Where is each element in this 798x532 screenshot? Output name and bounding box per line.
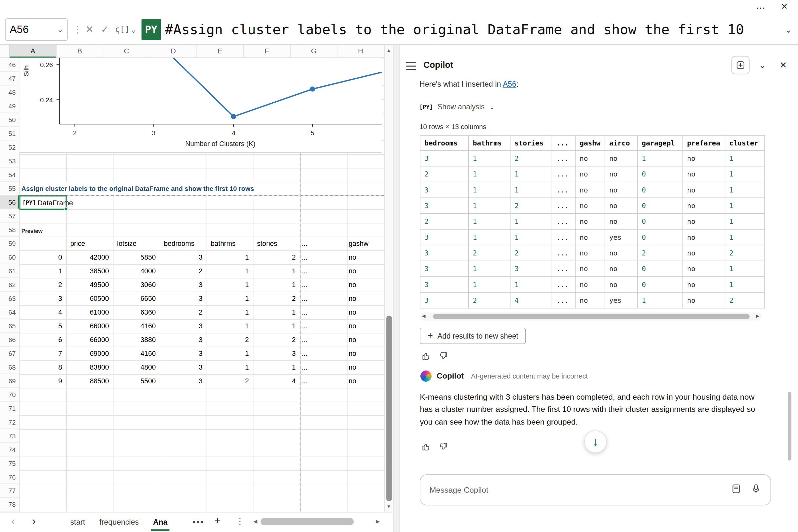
- scroll-up-icon[interactable]: ▲: [385, 46, 393, 55]
- row-header-52[interactable]: 52: [0, 140, 19, 154]
- copilot-message-input[interactable]: Message Copilot: [420, 474, 771, 506]
- window-more-icon[interactable]: …: [756, 0, 765, 11]
- row-header-64[interactable]: 64: [0, 305, 19, 319]
- scroll-left-icon[interactable]: ◀: [422, 314, 425, 319]
- chevron-down-icon[interactable]: ⌄: [57, 26, 63, 33]
- row-header-62[interactable]: 62: [0, 278, 19, 291]
- preview-header-row: pricelotsizebedroomsbathrmsstories...gas…: [19, 236, 384, 250]
- cancel-icon[interactable]: ✕: [86, 23, 93, 35]
- add-sheet-icon[interactable]: +: [214, 514, 221, 527]
- prompt-guide-icon[interactable]: [731, 483, 741, 496]
- row-header-57[interactable]: 57: [0, 209, 19, 223]
- panel-collapse-icon[interactable]: ⌄: [759, 60, 766, 71]
- add-results-button[interactable]: + Add results to new sheet: [420, 328, 526, 344]
- new-chat-icon[interactable]: [731, 56, 749, 74]
- row-header-68[interactable]: 68: [0, 360, 19, 374]
- panel-scrollbar[interactable]: [787, 45, 792, 532]
- panel-divider[interactable]: [393, 45, 400, 532]
- column-header-B[interactable]: B: [57, 45, 103, 58]
- select-all-corner[interactable]: [0, 45, 10, 58]
- row-header-78[interactable]: 78: [0, 498, 19, 512]
- row-header-61[interactable]: 61: [0, 264, 19, 278]
- scroll-left-icon[interactable]: ◀: [253, 518, 258, 524]
- horizontal-scrollbar[interactable]: ◀ ▶: [250, 517, 382, 528]
- row-header-63[interactable]: 63: [0, 291, 19, 305]
- grid-cells[interactable]: 0.26 0.24 2 3 4 5 Number of Clusters (K)…: [19, 58, 384, 511]
- confirm-icon[interactable]: ✓: [101, 23, 109, 35]
- scroll-right-icon[interactable]: ▶: [756, 314, 759, 319]
- more-tabs-icon[interactable]: ●●●: [192, 518, 204, 525]
- row-header-58[interactable]: 58: [0, 223, 19, 236]
- cell-link-a56[interactable]: A56: [502, 79, 516, 88]
- row-header-71[interactable]: 71: [0, 402, 19, 415]
- thumbs-down-icon[interactable]: [438, 351, 448, 363]
- row-header-70[interactable]: 70: [0, 388, 19, 402]
- row-header-75[interactable]: 75: [0, 457, 19, 470]
- row-header-56[interactable]: 56: [0, 195, 19, 209]
- row-header-53[interactable]: 53: [0, 154, 19, 168]
- row-header-59[interactable]: 59: [0, 236, 19, 250]
- row-header-74[interactable]: 74: [0, 443, 19, 457]
- sheet-tab-start[interactable]: start: [63, 513, 92, 532]
- tab-nav-right-icon[interactable]: ›: [32, 514, 36, 528]
- panel-close-icon[interactable]: ✕: [780, 60, 787, 71]
- thumbs-down-icon[interactable]: [438, 442, 448, 454]
- sheet-tab-Ana[interactable]: Ana: [146, 513, 174, 532]
- row-header-76[interactable]: 76: [0, 470, 19, 484]
- copilot-response-text: K-means clustering with 3 clusters has b…: [420, 391, 759, 429]
- row-header-47[interactable]: 47: [0, 72, 19, 86]
- column-header-A[interactable]: A: [10, 45, 56, 58]
- result-cell: yes: [605, 229, 638, 245]
- column-header-F[interactable]: F: [244, 45, 290, 58]
- column-header-G[interactable]: G: [291, 45, 337, 58]
- vertical-scrollbar-thumb[interactable]: [386, 316, 392, 501]
- row-header-72[interactable]: 72: [0, 415, 19, 429]
- kebab-icon[interactable]: ⋮: [235, 516, 244, 527]
- column-header-C[interactable]: C: [103, 45, 150, 58]
- window-close-icon[interactable]: ✕: [781, 2, 788, 11]
- row-header-54[interactable]: 54: [0, 168, 19, 182]
- row-header-46[interactable]: 46: [0, 58, 19, 72]
- column-header-H[interactable]: H: [337, 45, 384, 58]
- row-header-50[interactable]: 50: [0, 113, 19, 127]
- vertical-scrollbar[interactable]: ▲ ▼: [384, 45, 393, 512]
- row-header-77[interactable]: 77: [0, 484, 19, 498]
- scroll-to-bottom-button[interactable]: ↓: [584, 431, 607, 453]
- table-horizontal-scrollbar[interactable]: ◀ ▶: [420, 312, 761, 320]
- thumbs-up-icon[interactable]: [421, 442, 431, 454]
- row-header-48[interactable]: 48: [0, 86, 19, 99]
- hamburger-icon[interactable]: [406, 62, 416, 70]
- result-cell: 1: [725, 150, 765, 166]
- row-header-51[interactable]: 51: [0, 127, 19, 140]
- show-analysis-toggle[interactable]: [PY] Show analysis ⌄: [419, 103, 495, 111]
- row-header-49[interactable]: 49: [0, 99, 19, 113]
- result-cell: no: [575, 182, 605, 197]
- silhouette-chart[interactable]: 0.26 0.24 2 3 4 5 Number of Clusters (K)…: [19, 58, 381, 152]
- result-cell: 2: [510, 150, 552, 166]
- formula-bar-expand-icon[interactable]: ⌄: [784, 24, 792, 35]
- row-header-67[interactable]: 67: [0, 346, 19, 360]
- formula-input[interactable]: #Assign cluster labels to the original D…: [165, 14, 778, 44]
- tab-nav-left-icon[interactable]: ‹: [11, 514, 15, 528]
- copilot-panel: Copilot ⌄ ✕ Here's what I inserted in A5…: [400, 45, 798, 532]
- column-header-D[interactable]: D: [150, 45, 197, 58]
- thumbs-up-icon[interactable]: [421, 351, 431, 363]
- name-box[interactable]: A56 ⌄: [5, 18, 68, 41]
- microphone-icon[interactable]: [751, 483, 761, 496]
- ai-disclaimer: AI-generated content may be incorrect: [471, 372, 588, 380]
- sheet-tab-frequencies[interactable]: frequencies: [92, 513, 146, 532]
- python-object-icon[interactable]: ς[] ⌄: [115, 24, 136, 34]
- column-header-E[interactable]: E: [197, 45, 244, 58]
- row-header-60[interactable]: 60: [0, 250, 19, 264]
- row-header-73[interactable]: 73: [0, 429, 19, 443]
- row-header-69[interactable]: 69: [0, 374, 19, 388]
- row-header-66[interactable]: 66: [0, 333, 19, 346]
- scroll-down-icon[interactable]: ▼: [385, 502, 393, 511]
- table-scrollbar-thumb[interactable]: [433, 314, 750, 319]
- sheet-tab-label: start: [70, 518, 85, 526]
- scroll-right-icon[interactable]: ▶: [376, 518, 380, 524]
- panel-scrollbar-thumb[interactable]: [788, 392, 791, 461]
- row-header-55[interactable]: 55: [0, 182, 19, 195]
- row-header-65[interactable]: 65: [0, 319, 19, 333]
- horizontal-scrollbar-thumb[interactable]: [261, 518, 354, 525]
